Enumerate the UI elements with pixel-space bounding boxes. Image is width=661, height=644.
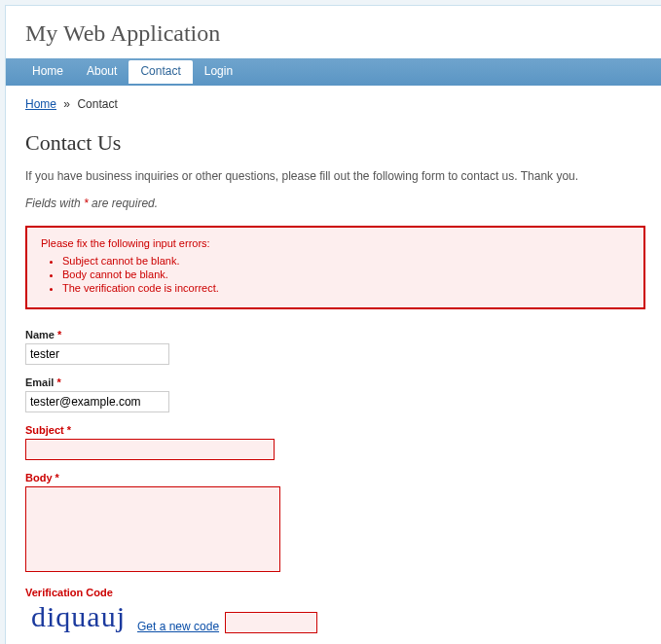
name-row: Name * [25,329,645,365]
body-input[interactable] [25,486,280,572]
error-heading: Please fix the following input errors: [41,237,630,249]
nav-home[interactable]: Home [20,58,75,84]
breadcrumb-current: Contact [77,97,117,111]
email-label: Email * [25,376,645,388]
breadcrumb-home[interactable]: Home [25,97,56,111]
content-area: Home » Contact Contact Us If you have bu… [6,86,661,644]
error-item: Subject cannot be blank. [62,255,630,267]
subject-label: Subject * [25,424,645,436]
subject-input[interactable] [25,439,275,460]
error-item: Body cannot be blank. [62,268,630,280]
captcha-label: Verification Code [25,587,645,598]
captcha-row: Verification Code diquauj Get a new code [25,587,645,633]
nav-contact[interactable]: Contact [129,58,192,84]
required-note: Fields with * are required. [25,197,645,210]
page-container: My Web Application Home About Contact Lo… [5,5,661,644]
nav-login[interactable]: Login [193,58,244,84]
error-summary: Please fix the following input errors: S… [25,226,645,309]
intro-text: If you have business inquiries or other … [25,169,645,183]
subject-row: Subject * [25,424,645,460]
main-nav: Home About Contact Login [6,58,661,86]
header: My Web Application [6,6,661,58]
captcha-input[interactable] [225,612,317,633]
name-input[interactable] [25,343,169,365]
breadcrumb: Home » Contact [25,97,645,111]
name-label: Name * [25,329,645,340]
body-row: Body * [25,472,645,575]
nav-about[interactable]: About [75,58,129,84]
captcha-new-code-link[interactable]: Get a new code [137,620,219,633]
app-title: My Web Application [25,20,645,47]
page-title: Contact Us [25,130,645,156]
captcha-image: diquauj [25,602,131,633]
body-label: Body * [25,472,645,483]
breadcrumb-sep: » [63,97,70,111]
email-row: Email * [25,376,645,412]
email-input[interactable] [25,391,169,412]
error-item: The verification code is incorrect. [62,282,630,294]
